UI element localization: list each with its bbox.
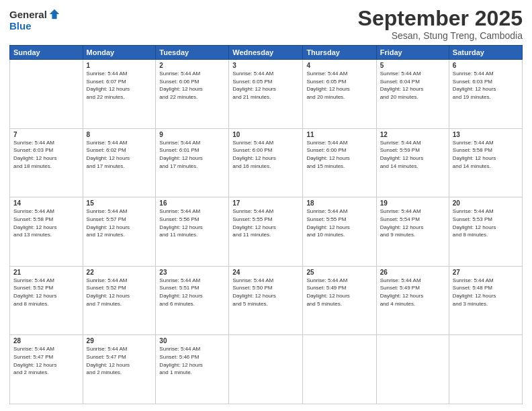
day-number: 23 bbox=[159, 269, 225, 276]
cell-info: Sunrise: 5:44 AM Sunset: 5:59 PM Dayligh… bbox=[380, 139, 445, 170]
week-row-2: 7Sunrise: 5:44 AM Sunset: 6:03 PM Daylig… bbox=[10, 128, 523, 197]
calendar-cell: 29Sunrise: 5:44 AM Sunset: 5:47 PM Dayli… bbox=[83, 335, 156, 404]
calendar-cell: 15Sunrise: 5:44 AM Sunset: 5:57 PM Dayli… bbox=[83, 197, 156, 267]
day-number: 4 bbox=[306, 62, 372, 69]
week-row-4: 21Sunrise: 5:44 AM Sunset: 5:52 PM Dayli… bbox=[10, 266, 523, 335]
cell-info: Sunrise: 5:44 AM Sunset: 5:47 PM Dayligh… bbox=[13, 345, 79, 376]
calendar-cell: 27Sunrise: 5:44 AM Sunset: 5:48 PM Dayli… bbox=[449, 266, 522, 335]
day-number: 14 bbox=[13, 199, 79, 207]
day-number: 18 bbox=[306, 199, 372, 207]
day-number: 25 bbox=[306, 269, 372, 276]
cell-info: Sunrise: 5:44 AM Sunset: 6:05 PM Dayligh… bbox=[306, 70, 372, 101]
calendar-cell: 16Sunrise: 5:44 AM Sunset: 5:56 PM Dayli… bbox=[156, 197, 229, 267]
cell-info: Sunrise: 5:44 AM Sunset: 5:46 PM Dayligh… bbox=[159, 345, 225, 376]
cell-info: Sunrise: 5:44 AM Sunset: 6:00 PM Dayligh… bbox=[232, 139, 299, 170]
cell-info: Sunrise: 5:44 AM Sunset: 6:03 PM Dayligh… bbox=[453, 70, 519, 101]
cell-info: Sunrise: 5:44 AM Sunset: 5:53 PM Dayligh… bbox=[453, 208, 519, 238]
day-header-thursday: Thursday bbox=[303, 46, 376, 60]
day-number: 30 bbox=[159, 337, 225, 345]
calendar-cell: 12Sunrise: 5:44 AM Sunset: 5:59 PM Dayli… bbox=[376, 128, 449, 197]
svg-marker-0 bbox=[50, 9, 59, 19]
calendar-cell: 1Sunrise: 5:44 AM Sunset: 6:07 PM Daylig… bbox=[83, 60, 156, 129]
cell-info: Sunrise: 5:44 AM Sunset: 5:49 PM Dayligh… bbox=[306, 277, 372, 308]
calendar-cell: 21Sunrise: 5:44 AM Sunset: 5:52 PM Dayli… bbox=[10, 266, 83, 335]
day-number: 8 bbox=[87, 131, 152, 138]
cell-info: Sunrise: 5:44 AM Sunset: 6:04 PM Dayligh… bbox=[380, 70, 445, 101]
calendar-cell: 18Sunrise: 5:44 AM Sunset: 5:55 PM Dayli… bbox=[303, 197, 376, 267]
day-header-tuesday: Tuesday bbox=[156, 46, 229, 60]
day-number: 5 bbox=[380, 62, 445, 69]
calendar-cell: 8Sunrise: 5:44 AM Sunset: 6:02 PM Daylig… bbox=[83, 128, 156, 197]
calendar-cell: 7Sunrise: 5:44 AM Sunset: 6:03 PM Daylig… bbox=[10, 128, 83, 197]
day-number: 1 bbox=[87, 62, 152, 69]
day-number: 17 bbox=[232, 199, 299, 207]
calendar-cell: 6Sunrise: 5:44 AM Sunset: 6:03 PM Daylig… bbox=[449, 60, 522, 129]
calendar-cell: 13Sunrise: 5:44 AM Sunset: 5:58 PM Dayli… bbox=[449, 128, 522, 197]
calendar-cell: 25Sunrise: 5:44 AM Sunset: 5:49 PM Dayli… bbox=[303, 266, 376, 335]
logo-general: General bbox=[9, 9, 47, 21]
day-number: 28 bbox=[13, 337, 79, 345]
cell-info: Sunrise: 5:44 AM Sunset: 6:03 PM Dayligh… bbox=[13, 139, 79, 170]
calendar-cell: 14Sunrise: 5:44 AM Sunset: 5:58 PM Dayli… bbox=[10, 197, 83, 267]
logo-blue: Blue bbox=[9, 21, 60, 32]
cell-info: Sunrise: 5:44 AM Sunset: 6:05 PM Dayligh… bbox=[232, 70, 299, 101]
day-header-sunday: Sunday bbox=[10, 46, 83, 60]
day-number: 26 bbox=[380, 269, 445, 276]
calendar-cell bbox=[303, 335, 376, 404]
calendar-cell: 28Sunrise: 5:44 AM Sunset: 5:47 PM Dayli… bbox=[10, 335, 83, 404]
calendar-cell: 19Sunrise: 5:44 AM Sunset: 5:54 PM Dayli… bbox=[376, 197, 449, 267]
day-number: 12 bbox=[380, 131, 445, 138]
day-number: 20 bbox=[453, 199, 519, 207]
logo: General Blue bbox=[9, 9, 60, 32]
calendar-cell: 5Sunrise: 5:44 AM Sunset: 6:04 PM Daylig… bbox=[376, 60, 449, 129]
day-number: 9 bbox=[159, 131, 225, 138]
cell-info: Sunrise: 5:44 AM Sunset: 5:55 PM Dayligh… bbox=[306, 208, 372, 238]
cell-info: Sunrise: 5:44 AM Sunset: 5:49 PM Dayligh… bbox=[380, 277, 445, 308]
calendar-cell: 2Sunrise: 5:44 AM Sunset: 6:06 PM Daylig… bbox=[156, 60, 229, 129]
cell-info: Sunrise: 5:44 AM Sunset: 5:47 PM Dayligh… bbox=[87, 345, 152, 376]
cell-info: Sunrise: 5:44 AM Sunset: 5:52 PM Dayligh… bbox=[13, 277, 79, 308]
cell-info: Sunrise: 5:44 AM Sunset: 5:58 PM Dayligh… bbox=[13, 208, 79, 238]
calendar-cell bbox=[449, 335, 522, 404]
cell-info: Sunrise: 5:44 AM Sunset: 5:56 PM Dayligh… bbox=[159, 208, 225, 238]
cell-info: Sunrise: 5:44 AM Sunset: 6:01 PM Dayligh… bbox=[159, 139, 225, 170]
header: General Blue September 2025 Sesan, Stung… bbox=[9, 7, 523, 41]
cell-info: Sunrise: 5:44 AM Sunset: 5:48 PM Dayligh… bbox=[453, 277, 519, 308]
week-row-5: 28Sunrise: 5:44 AM Sunset: 5:47 PM Dayli… bbox=[10, 335, 523, 404]
day-number: 19 bbox=[380, 199, 445, 207]
title-block: September 2025 Sesan, Stung Treng, Cambo… bbox=[358, 7, 523, 41]
cell-info: Sunrise: 5:44 AM Sunset: 6:06 PM Dayligh… bbox=[159, 70, 225, 101]
day-number: 22 bbox=[87, 269, 152, 276]
cell-info: Sunrise: 5:44 AM Sunset: 5:58 PM Dayligh… bbox=[453, 139, 519, 170]
days-header-row: SundayMondayTuesdayWednesdayThursdayFrid… bbox=[10, 46, 523, 60]
calendar-cell: 22Sunrise: 5:44 AM Sunset: 5:52 PM Dayli… bbox=[83, 266, 156, 335]
week-row-3: 14Sunrise: 5:44 AM Sunset: 5:58 PM Dayli… bbox=[10, 197, 523, 267]
logo-icon bbox=[48, 8, 60, 20]
day-number: 13 bbox=[453, 131, 519, 138]
day-number: 29 bbox=[87, 337, 152, 345]
day-header-saturday: Saturday bbox=[449, 46, 522, 60]
cell-info: Sunrise: 5:44 AM Sunset: 5:55 PM Dayligh… bbox=[232, 208, 299, 238]
cell-info: Sunrise: 5:44 AM Sunset: 6:02 PM Dayligh… bbox=[87, 139, 152, 170]
day-header-friday: Friday bbox=[376, 46, 449, 60]
day-number: 16 bbox=[159, 199, 225, 207]
calendar-cell: 23Sunrise: 5:44 AM Sunset: 5:51 PM Dayli… bbox=[156, 266, 229, 335]
calendar-cell: 9Sunrise: 5:44 AM Sunset: 6:01 PM Daylig… bbox=[156, 128, 229, 197]
calendar-cell: 3Sunrise: 5:44 AM Sunset: 6:05 PM Daylig… bbox=[229, 60, 303, 129]
cell-info: Sunrise: 5:44 AM Sunset: 5:50 PM Dayligh… bbox=[232, 277, 299, 308]
cell-info: Sunrise: 5:44 AM Sunset: 5:51 PM Dayligh… bbox=[159, 277, 225, 308]
cell-info: Sunrise: 5:44 AM Sunset: 5:57 PM Dayligh… bbox=[87, 208, 152, 238]
cell-info: Sunrise: 5:44 AM Sunset: 6:07 PM Dayligh… bbox=[87, 70, 152, 101]
page: General Blue September 2025 Sesan, Stung… bbox=[0, 0, 532, 411]
calendar-cell: 10Sunrise: 5:44 AM Sunset: 6:00 PM Dayli… bbox=[229, 128, 303, 197]
day-number: 6 bbox=[453, 62, 519, 69]
subtitle: Sesan, Stung Treng, Cambodia bbox=[358, 30, 523, 41]
day-number: 7 bbox=[13, 131, 79, 138]
day-number: 3 bbox=[232, 62, 299, 69]
calendar-cell: 11Sunrise: 5:44 AM Sunset: 6:00 PM Dayli… bbox=[303, 128, 376, 197]
day-number: 11 bbox=[306, 131, 372, 138]
cell-info: Sunrise: 5:44 AM Sunset: 6:00 PM Dayligh… bbox=[306, 139, 372, 170]
calendar-cell: 26Sunrise: 5:44 AM Sunset: 5:49 PM Dayli… bbox=[376, 266, 449, 335]
week-row-1: 1Sunrise: 5:44 AM Sunset: 6:07 PM Daylig… bbox=[10, 60, 523, 129]
calendar-cell: 30Sunrise: 5:44 AM Sunset: 5:46 PM Dayli… bbox=[156, 335, 229, 404]
